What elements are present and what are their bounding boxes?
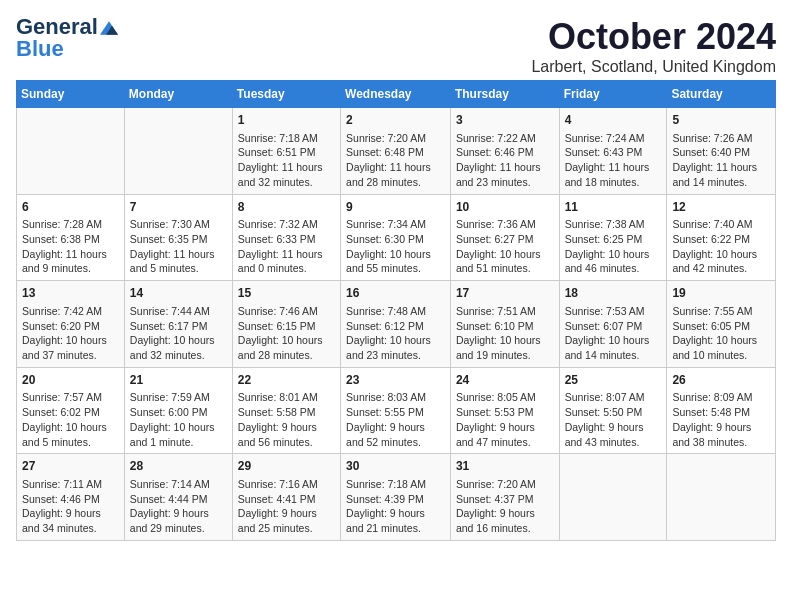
calendar-cell: 29Sunrise: 7:16 AM Sunset: 4:41 PM Dayli… bbox=[232, 454, 340, 541]
calendar-cell: 15Sunrise: 7:46 AM Sunset: 6:15 PM Dayli… bbox=[232, 281, 340, 368]
calendar-cell: 28Sunrise: 7:14 AM Sunset: 4:44 PM Dayli… bbox=[124, 454, 232, 541]
day-info: Sunrise: 7:18 AM Sunset: 4:39 PM Dayligh… bbox=[346, 477, 445, 536]
day-number: 27 bbox=[22, 458, 119, 475]
day-number: 22 bbox=[238, 372, 335, 389]
day-info: Sunrise: 7:57 AM Sunset: 6:02 PM Dayligh… bbox=[22, 390, 119, 449]
day-info: Sunrise: 7:20 AM Sunset: 6:48 PM Dayligh… bbox=[346, 131, 445, 190]
calendar-cell: 3Sunrise: 7:22 AM Sunset: 6:46 PM Daylig… bbox=[450, 108, 559, 195]
day-number: 31 bbox=[456, 458, 554, 475]
day-info: Sunrise: 8:05 AM Sunset: 5:53 PM Dayligh… bbox=[456, 390, 554, 449]
calendar-cell bbox=[124, 108, 232, 195]
calendar-week-row: 20Sunrise: 7:57 AM Sunset: 6:02 PM Dayli… bbox=[17, 367, 776, 454]
day-info: Sunrise: 7:53 AM Sunset: 6:07 PM Dayligh… bbox=[565, 304, 662, 363]
calendar-cell: 5Sunrise: 7:26 AM Sunset: 6:40 PM Daylig… bbox=[667, 108, 776, 195]
calendar-cell: 21Sunrise: 7:59 AM Sunset: 6:00 PM Dayli… bbox=[124, 367, 232, 454]
calendar-cell: 9Sunrise: 7:34 AM Sunset: 6:30 PM Daylig… bbox=[341, 194, 451, 281]
calendar-cell: 1Sunrise: 7:18 AM Sunset: 6:51 PM Daylig… bbox=[232, 108, 340, 195]
day-info: Sunrise: 7:44 AM Sunset: 6:17 PM Dayligh… bbox=[130, 304, 227, 363]
day-info: Sunrise: 7:48 AM Sunset: 6:12 PM Dayligh… bbox=[346, 304, 445, 363]
day-info: Sunrise: 7:28 AM Sunset: 6:38 PM Dayligh… bbox=[22, 217, 119, 276]
day-info: Sunrise: 7:22 AM Sunset: 6:46 PM Dayligh… bbox=[456, 131, 554, 190]
day-info: Sunrise: 7:59 AM Sunset: 6:00 PM Dayligh… bbox=[130, 390, 227, 449]
day-number: 21 bbox=[130, 372, 227, 389]
day-info: Sunrise: 7:14 AM Sunset: 4:44 PM Dayligh… bbox=[130, 477, 227, 536]
day-number: 9 bbox=[346, 199, 445, 216]
day-number: 17 bbox=[456, 285, 554, 302]
day-info: Sunrise: 7:20 AM Sunset: 4:37 PM Dayligh… bbox=[456, 477, 554, 536]
day-number: 5 bbox=[672, 112, 770, 129]
calendar-week-row: 6Sunrise: 7:28 AM Sunset: 6:38 PM Daylig… bbox=[17, 194, 776, 281]
calendar-cell: 22Sunrise: 8:01 AM Sunset: 5:58 PM Dayli… bbox=[232, 367, 340, 454]
logo: General Blue bbox=[16, 16, 118, 60]
calendar-cell: 6Sunrise: 7:28 AM Sunset: 6:38 PM Daylig… bbox=[17, 194, 125, 281]
calendar-cell: 2Sunrise: 7:20 AM Sunset: 6:48 PM Daylig… bbox=[341, 108, 451, 195]
day-of-week-header: Sunday bbox=[17, 81, 125, 108]
logo-blue-text: Blue bbox=[16, 36, 64, 61]
day-info: Sunrise: 8:03 AM Sunset: 5:55 PM Dayligh… bbox=[346, 390, 445, 449]
calendar-cell: 30Sunrise: 7:18 AM Sunset: 4:39 PM Dayli… bbox=[341, 454, 451, 541]
day-info: Sunrise: 7:40 AM Sunset: 6:22 PM Dayligh… bbox=[672, 217, 770, 276]
header: General Blue October 2024 Larbert, Scotl… bbox=[16, 16, 776, 76]
day-info: Sunrise: 7:32 AM Sunset: 6:33 PM Dayligh… bbox=[238, 217, 335, 276]
day-of-week-header: Tuesday bbox=[232, 81, 340, 108]
day-number: 10 bbox=[456, 199, 554, 216]
calendar-cell: 27Sunrise: 7:11 AM Sunset: 4:46 PM Dayli… bbox=[17, 454, 125, 541]
calendar-cell: 23Sunrise: 8:03 AM Sunset: 5:55 PM Dayli… bbox=[341, 367, 451, 454]
day-info: Sunrise: 8:09 AM Sunset: 5:48 PM Dayligh… bbox=[672, 390, 770, 449]
day-info: Sunrise: 7:24 AM Sunset: 6:43 PM Dayligh… bbox=[565, 131, 662, 190]
day-info: Sunrise: 7:26 AM Sunset: 6:40 PM Dayligh… bbox=[672, 131, 770, 190]
calendar-cell: 18Sunrise: 7:53 AM Sunset: 6:07 PM Dayli… bbox=[559, 281, 667, 368]
day-number: 24 bbox=[456, 372, 554, 389]
day-number: 8 bbox=[238, 199, 335, 216]
calendar-cell: 8Sunrise: 7:32 AM Sunset: 6:33 PM Daylig… bbox=[232, 194, 340, 281]
day-of-week-header: Saturday bbox=[667, 81, 776, 108]
day-info: Sunrise: 7:34 AM Sunset: 6:30 PM Dayligh… bbox=[346, 217, 445, 276]
day-info: Sunrise: 7:38 AM Sunset: 6:25 PM Dayligh… bbox=[565, 217, 662, 276]
day-info: Sunrise: 7:36 AM Sunset: 6:27 PM Dayligh… bbox=[456, 217, 554, 276]
day-number: 13 bbox=[22, 285, 119, 302]
day-number: 12 bbox=[672, 199, 770, 216]
calendar-cell: 24Sunrise: 8:05 AM Sunset: 5:53 PM Dayli… bbox=[450, 367, 559, 454]
calendar-cell: 31Sunrise: 7:20 AM Sunset: 4:37 PM Dayli… bbox=[450, 454, 559, 541]
day-number: 14 bbox=[130, 285, 227, 302]
calendar-cell: 20Sunrise: 7:57 AM Sunset: 6:02 PM Dayli… bbox=[17, 367, 125, 454]
day-info: Sunrise: 8:01 AM Sunset: 5:58 PM Dayligh… bbox=[238, 390, 335, 449]
day-info: Sunrise: 7:51 AM Sunset: 6:10 PM Dayligh… bbox=[456, 304, 554, 363]
calendar-table: SundayMondayTuesdayWednesdayThursdayFrid… bbox=[16, 80, 776, 541]
day-info: Sunrise: 7:18 AM Sunset: 6:51 PM Dayligh… bbox=[238, 131, 335, 190]
day-number: 25 bbox=[565, 372, 662, 389]
calendar-subtitle: Larbert, Scotland, United Kingdom bbox=[531, 58, 776, 76]
calendar-cell: 7Sunrise: 7:30 AM Sunset: 6:35 PM Daylig… bbox=[124, 194, 232, 281]
calendar-header-row: SundayMondayTuesdayWednesdayThursdayFrid… bbox=[17, 81, 776, 108]
day-number: 18 bbox=[565, 285, 662, 302]
day-number: 1 bbox=[238, 112, 335, 129]
calendar-cell: 26Sunrise: 8:09 AM Sunset: 5:48 PM Dayli… bbox=[667, 367, 776, 454]
day-number: 2 bbox=[346, 112, 445, 129]
day-number: 11 bbox=[565, 199, 662, 216]
day-number: 23 bbox=[346, 372, 445, 389]
calendar-cell bbox=[559, 454, 667, 541]
day-info: Sunrise: 7:30 AM Sunset: 6:35 PM Dayligh… bbox=[130, 217, 227, 276]
day-number: 6 bbox=[22, 199, 119, 216]
day-number: 7 bbox=[130, 199, 227, 216]
day-of-week-header: Wednesday bbox=[341, 81, 451, 108]
day-number: 20 bbox=[22, 372, 119, 389]
calendar-cell: 4Sunrise: 7:24 AM Sunset: 6:43 PM Daylig… bbox=[559, 108, 667, 195]
calendar-cell: 12Sunrise: 7:40 AM Sunset: 6:22 PM Dayli… bbox=[667, 194, 776, 281]
calendar-week-row: 13Sunrise: 7:42 AM Sunset: 6:20 PM Dayli… bbox=[17, 281, 776, 368]
calendar-week-row: 27Sunrise: 7:11 AM Sunset: 4:46 PM Dayli… bbox=[17, 454, 776, 541]
day-of-week-header: Friday bbox=[559, 81, 667, 108]
calendar-cell: 14Sunrise: 7:44 AM Sunset: 6:17 PM Dayli… bbox=[124, 281, 232, 368]
calendar-title: October 2024 bbox=[531, 16, 776, 58]
calendar-week-row: 1Sunrise: 7:18 AM Sunset: 6:51 PM Daylig… bbox=[17, 108, 776, 195]
calendar-cell: 17Sunrise: 7:51 AM Sunset: 6:10 PM Dayli… bbox=[450, 281, 559, 368]
day-info: Sunrise: 7:42 AM Sunset: 6:20 PM Dayligh… bbox=[22, 304, 119, 363]
calendar-cell: 13Sunrise: 7:42 AM Sunset: 6:20 PM Dayli… bbox=[17, 281, 125, 368]
day-number: 4 bbox=[565, 112, 662, 129]
day-number: 16 bbox=[346, 285, 445, 302]
calendar-cell: 16Sunrise: 7:48 AM Sunset: 6:12 PM Dayli… bbox=[341, 281, 451, 368]
day-info: Sunrise: 7:16 AM Sunset: 4:41 PM Dayligh… bbox=[238, 477, 335, 536]
logo-text: General bbox=[16, 16, 118, 38]
day-info: Sunrise: 7:46 AM Sunset: 6:15 PM Dayligh… bbox=[238, 304, 335, 363]
day-info: Sunrise: 7:55 AM Sunset: 6:05 PM Dayligh… bbox=[672, 304, 770, 363]
